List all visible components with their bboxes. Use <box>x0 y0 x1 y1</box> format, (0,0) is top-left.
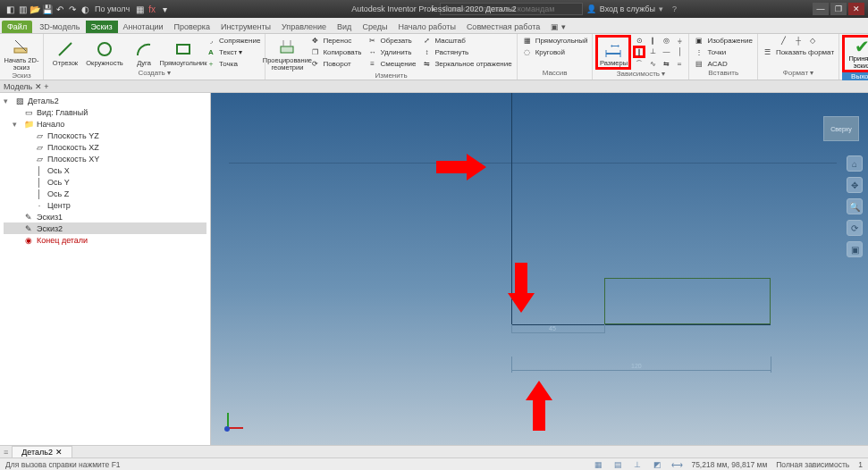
dim2-text[interactable]: 120 <box>631 363 642 369</box>
status-dim-icon[interactable]: ⟷ <box>671 459 682 470</box>
scale-button[interactable]: ⤢Масштаб <box>419 35 513 46</box>
status-ortho-icon[interactable]: ⊥ <box>632 459 643 470</box>
tab-annotate[interactable]: Аннотации <box>118 21 169 33</box>
dim2-line[interactable] <box>511 370 771 371</box>
finish-sketch-button[interactable]: ✔ Принять эскиз <box>842 35 868 72</box>
move-button[interactable]: ✥Перенос <box>308 35 363 46</box>
dim1-text[interactable]: 45 <box>549 325 556 332</box>
stretch-button[interactable]: ↕Растянуть <box>419 46 513 57</box>
browser-tab-model[interactable]: Модель ✕ + <box>4 82 49 91</box>
copy-button[interactable]: ❐Копировать <box>308 46 363 57</box>
tree-item[interactable]: │Ось Y <box>4 176 206 188</box>
signin-icon[interactable]: 👤 <box>586 4 596 13</box>
fillet-button[interactable]: ◞Сопряжение <box>204 35 262 46</box>
tab-extra-icon[interactable]: ▣ ▾ <box>545 21 571 33</box>
window-minimize[interactable]: — <box>813 3 829 15</box>
tree-item[interactable]: │Ось X <box>4 164 206 176</box>
format-driven-button[interactable]: ◇ <box>806 35 819 46</box>
qat-open-icon[interactable]: 📂 <box>29 3 41 15</box>
rect-pattern-button[interactable]: ▦Прямоугольный <box>520 35 590 46</box>
insert-points-button[interactable]: ⋮Точки <box>692 46 754 57</box>
tree-expand-icon[interactable]: ▾ <box>13 120 21 129</box>
show-format-button[interactable]: ☰Показать формат <box>761 46 836 57</box>
tree-item[interactable]: ✎Эскиз1 <box>4 211 206 222</box>
qat-fx-icon[interactable]: fx <box>146 3 158 15</box>
qat-save-icon[interactable]: 💾 <box>41 3 54 15</box>
qat-style-label[interactable]: По умолч <box>95 4 130 13</box>
trim-button[interactable]: ✂Обрезать <box>365 35 417 46</box>
rotate-button[interactable]: ⟳Поворот <box>308 58 363 69</box>
mirror-button[interactable]: ⇋Зеркальное отражение <box>419 58 513 69</box>
tree-item[interactable]: ▾📁Начало <box>4 118 206 130</box>
constraint-smooth-button[interactable]: ∿ <box>646 58 659 69</box>
window-maximize[interactable]: ❐ <box>830 3 847 15</box>
window-close[interactable]: ✕ <box>848 3 864 15</box>
qat-material-icon[interactable]: ▦ <box>133 3 146 15</box>
extend-button[interactable]: ↔Удлинить <box>365 46 417 57</box>
status-slice-icon[interactable]: ◩ <box>652 459 662 470</box>
circle-button[interactable]: Окружность <box>86 35 123 69</box>
line-button[interactable]: Отрезок <box>46 35 84 69</box>
constraint-sym-button[interactable]: ⇆ <box>660 58 672 69</box>
insert-acad-button[interactable]: ▤ACAD <box>692 58 754 69</box>
tab-collaborate[interactable]: Совместная работа <box>461 21 545 33</box>
nav-zoom-icon[interactable]: 🔍 <box>847 198 863 214</box>
format-construction-button[interactable]: ╱ <box>778 35 790 46</box>
tab-getstarted[interactable]: Начало работы <box>392 21 460 33</box>
nav-pan-icon[interactable]: ✥ <box>847 177 863 193</box>
offset-button[interactable]: ≡Смещение <box>365 58 417 69</box>
tree-item[interactable]: ▱Плоскость XY <box>4 153 206 164</box>
dim1-line[interactable] <box>511 332 604 333</box>
status-snap-icon[interactable]: ▦ <box>593 459 603 470</box>
insert-image-button[interactable]: ▣Изображение <box>692 35 754 46</box>
signin-label[interactable]: Вход в службы <box>600 4 655 13</box>
tree-item[interactable]: ◉Конец детали <box>4 234 206 246</box>
tree-item[interactable]: │Ось Z <box>4 188 206 199</box>
text-button[interactable]: AТекст ▾ <box>204 46 262 57</box>
sketch-rectangle[interactable] <box>604 278 771 324</box>
doctab-menu-icon[interactable]: ≡ <box>4 448 8 457</box>
nav-home-icon[interactable]: ⌂ <box>847 155 863 172</box>
rectangle-button[interactable]: Прямоугольник <box>164 35 202 69</box>
tree-expand-icon[interactable]: ▾ <box>4 97 12 105</box>
qat-new-icon[interactable]: ▥ <box>16 3 29 15</box>
constraint-horiz-button[interactable]: — <box>660 46 672 56</box>
tree-item[interactable]: ▭Вид: Главный <box>4 106 206 118</box>
help-icon[interactable]: ? <box>672 4 677 13</box>
nav-lookat-icon[interactable]: ▣ <box>847 241 863 257</box>
tab-view[interactable]: Вид <box>332 21 357 33</box>
tab-sketch[interactable]: Эскиз <box>86 21 118 33</box>
constraint-tangent-button[interactable]: ⌒ <box>633 58 645 69</box>
project-geometry-button[interactable]: Проецирование геометрии <box>268 35 306 71</box>
signin-dropdown-icon[interactable]: ▾ <box>659 4 663 13</box>
point-button[interactable]: ＋Точка <box>204 58 262 69</box>
arc-button[interactable]: Дуга <box>125 35 163 69</box>
constraint-perp-button[interactable]: ⊥ <box>646 46 659 56</box>
qat-more-icon[interactable]: ▾ <box>158 3 171 15</box>
tab-manage[interactable]: Управление <box>276 21 332 33</box>
tree-item[interactable]: ▱Плоскость XZ <box>4 141 206 153</box>
constraint-parallel-button[interactable]: ∥ <box>633 46 645 58</box>
qat-redo-icon[interactable]: ↷ <box>66 3 79 15</box>
qat-undo-icon[interactable]: ↶ <box>54 3 66 15</box>
graphics-canvas[interactable]: 45 120 Сверху ⌂ ✥ 🔍 ⟳ ▣ <box>211 93 868 445</box>
nav-orbit-icon[interactable]: ⟳ <box>847 220 863 236</box>
tree-item[interactable]: ·Центр <box>4 199 206 211</box>
tab-3d-model[interactable]: 3D-модель <box>34 21 85 33</box>
tree-item[interactable]: ▾▧Деталь2 <box>4 95 206 106</box>
format-centerline-button[interactable]: ┼ <box>792 35 805 46</box>
tree-item[interactable]: ✎Эскиз2 <box>4 222 206 234</box>
tab-inspect[interactable]: Проверка <box>169 21 215 33</box>
constraint-fix-button[interactable]: ⏚ <box>673 35 686 46</box>
constraint-equal-button[interactable]: ＝ <box>673 58 686 69</box>
start-2d-sketch-button[interactable]: Начать 2D-эскиз <box>3 35 40 71</box>
dimension-button[interactable]: ⟷ Размеры <box>595 35 631 70</box>
tree-item[interactable]: ▱Плоскость YZ <box>4 130 206 141</box>
constraint-coincident-button[interactable]: ⊙ <box>633 35 645 46</box>
status-grid-icon[interactable]: ▤ <box>612 459 623 470</box>
tab-environments[interactable]: Среды <box>357 21 392 33</box>
constraint-collinear-button[interactable]: ∥ <box>646 35 659 46</box>
document-tab-detail2[interactable]: Деталь2 ✕ <box>12 446 72 457</box>
constraint-vert-button[interactable]: │ <box>673 46 686 56</box>
constraint-concentric-button[interactable]: ◎ <box>660 35 672 46</box>
